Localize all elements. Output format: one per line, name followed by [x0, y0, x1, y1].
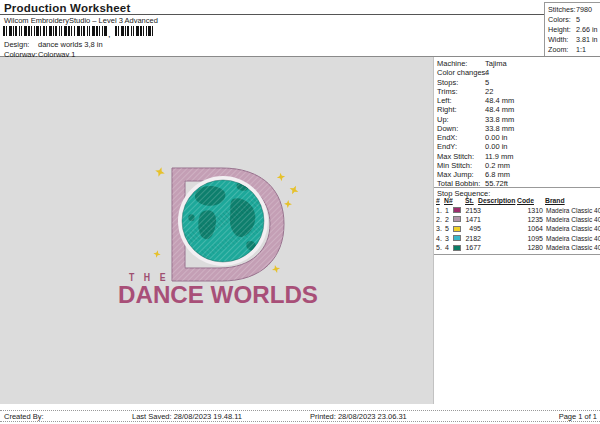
machine-row: Up:33.8 mm [434, 115, 600, 124]
stat-width: Width:3.81 in [545, 35, 600, 45]
barcode-icon: , [3, 26, 155, 38]
design-value: dance worlds 3,8 in [38, 40, 103, 49]
stop-sequence-table: 1.1 2153 1310Madeira Classic 40 2.2 1471… [434, 206, 600, 253]
machine-row: Max Stitch:11.9 mm [434, 152, 600, 161]
barcode-separator: , [108, 29, 111, 38]
last-saved-label: Last Saved: 28/08/2023 19.48.11 [132, 412, 242, 421]
machine-row: Machine:Tajima [434, 59, 600, 68]
star-icon [276, 172, 286, 182]
stat-zoom: Zoom:1:1 [545, 45, 600, 55]
app-subtitle: Wilcom EmbroideryStudio – Level 3 Advanc… [4, 16, 158, 25]
machine-row: EndY:0.00 in [434, 142, 600, 151]
machine-parameters-list: Machine:Tajima Color changes:4 Stops:5 T… [434, 59, 600, 189]
design-text-name: DANCE WORLDS [118, 282, 318, 308]
machine-row: Down:33.8 mm [434, 124, 600, 133]
machine-row: Min Stitch:0.2 mm [434, 161, 600, 170]
table-row: 3.5 495 1064Madeira Classic 40 [434, 224, 600, 233]
table-row: 1.1 2153 1310Madeira Classic 40 [434, 206, 600, 215]
star-icon [153, 250, 162, 259]
machine-row: Right:48.4 mm [434, 105, 600, 114]
table-row: 4.3 2182 1095Madeira Classic 40 [434, 234, 600, 243]
machine-row: Max Jump:6.8 mm [434, 170, 600, 179]
machine-row: Left:48.4 mm [434, 96, 600, 105]
machine-row: Trims:22 [434, 87, 600, 96]
printed-label: Printed: 28/08/2023 23.06.31 [310, 412, 407, 421]
stat-stitches: Stitches:7980 [545, 5, 600, 15]
globe-icon [178, 176, 268, 270]
header: Production Worksheet Wilcom EmbroiderySt… [0, 0, 600, 57]
star-icon [154, 166, 167, 179]
design-stats-box: Stitches:7980 Colors:5 Height:2.66 in Wi… [544, 2, 600, 56]
design-name-row: Design: dance worlds 3,8 in [4, 40, 29, 49]
machine-row: Stops:5 [434, 78, 600, 87]
star-icon [271, 264, 281, 274]
created-by-label: Created By: [4, 412, 44, 421]
machine-row: Color changes:4 [434, 68, 600, 77]
details-panel: Machine:Tajima Color changes:4 Stops:5 T… [434, 57, 600, 424]
table-row: 2.2 1471 1235Madeira Classic 40 [434, 215, 600, 224]
star-icon [284, 200, 293, 209]
star-icon [288, 184, 301, 197]
footer-bottom-divider [0, 421, 600, 422]
title-divider [0, 14, 545, 15]
stat-colors: Colors:5 [545, 15, 600, 25]
footer-divider [0, 410, 600, 411]
table-row: 5.4 1677 1280Madeira Classic 40 [434, 243, 600, 252]
footer: Created By: Last Saved: 28/08/2023 19.48… [0, 412, 600, 421]
production-worksheet-page: Production Worksheet Wilcom EmbroiderySt… [0, 0, 600, 424]
page-title: Production Worksheet [4, 2, 130, 14]
machine-row: EndX:0.00 in [434, 133, 600, 142]
embroidery-design-preview: THE DANCE WORLDS [110, 160, 330, 310]
design-canvas: THE DANCE WORLDS [0, 57, 434, 404]
design-label: Design: [4, 40, 29, 49]
section-divider [434, 254, 600, 255]
page-number: Page 1 of 1 [559, 412, 597, 421]
stat-height: Height:2.66 in [545, 25, 600, 35]
